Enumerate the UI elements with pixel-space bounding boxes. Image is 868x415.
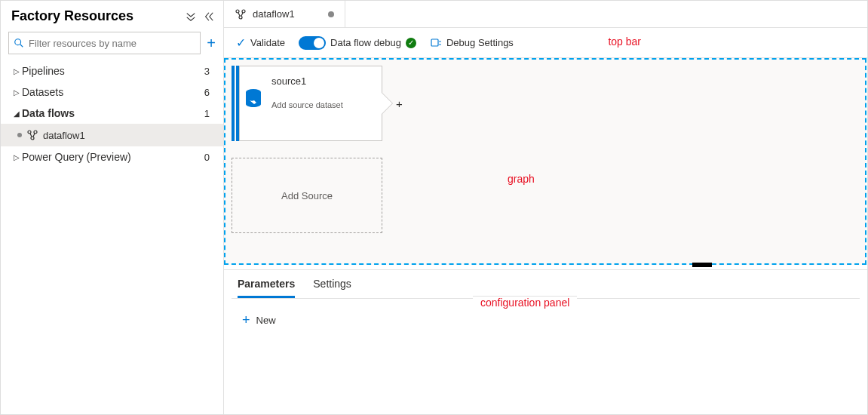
chevron-right-icon: ▷ — [11, 153, 22, 161]
unsaved-dot-icon — [328, 11, 334, 17]
main: dataflow1 ✓ Validate Data flow debug ✓ D… — [224, 1, 867, 414]
svg-point-4 — [236, 10, 239, 13]
node-title: source1 — [271, 75, 343, 87]
annotation-topbar: top bar — [608, 35, 641, 48]
toolbar: ✓ Validate Data flow debug ✓ Debug Setti… — [224, 28, 867, 58]
validate-button[interactable]: ✓ Validate — [236, 35, 285, 50]
sidebar: Factory Resources + ▷ Pipelines 3 ▷ Data… — [1, 1, 224, 414]
debug-settings-button[interactable]: Debug Settings — [430, 37, 514, 49]
checkmark-icon: ✓ — [236, 35, 246, 50]
tree-label: Pipelines — [22, 65, 204, 77]
new-label: New — [256, 315, 276, 326]
annotation-graph: graph — [508, 173, 535, 185]
debug-settings-label: Debug Settings — [446, 37, 514, 48]
validate-label: Validate — [250, 37, 285, 48]
chevron-down-icon: ◢ — [11, 109, 22, 118]
plus-icon: + — [242, 312, 250, 328]
filter-row: + — [1, 29, 223, 60]
chevron-right-icon: ▷ — [11, 88, 22, 97]
add-source-label: Add Source — [281, 190, 333, 201]
tab-dataflow1[interactable]: dataflow1 — [224, 1, 345, 27]
tree-label: Power Query (Preview) — [22, 151, 204, 163]
svg-point-2 — [34, 131, 37, 134]
filter-input-container[interactable] — [8, 32, 201, 54]
tree-label: Datasets — [22, 86, 204, 98]
tree-item-dataflows[interactable]: ◢ Data flows 1 — [1, 103, 223, 124]
node-handle-icon[interactable] — [232, 66, 235, 141]
config-tabs: Parameters Settings — [232, 270, 860, 299]
resource-tree: ▷ Pipelines 3 ▷ Datasets 6 ◢ Data flows … — [1, 60, 223, 414]
node-subtitle: Add source dataset — [271, 100, 343, 109]
source-node[interactable]: source1 Add source dataset — [239, 66, 382, 141]
graph-canvas[interactable]: source1 Add source dataset + Add Source … — [224, 58, 866, 265]
config-tab-settings[interactable]: Settings — [313, 278, 351, 298]
tree-item-pipelines[interactable]: ▷ Pipelines 3 — [1, 60, 223, 81]
config-panel: Parameters Settings + New configuration … — [224, 269, 867, 414]
debug-label: Data flow debug — [330, 37, 401, 48]
status-ok-icon: ✓ — [406, 38, 416, 48]
tree-child-dataflow1[interactable]: dataflow1 — [1, 124, 223, 146]
svg-rect-7 — [431, 39, 438, 46]
dataflow-icon — [235, 8, 247, 20]
config-tab-parameters[interactable]: Parameters — [238, 278, 295, 298]
source-node-wrapper: source1 Add source dataset + — [232, 66, 403, 141]
tree-label: Data flows — [22, 107, 204, 119]
tree-count: 3 — [204, 66, 213, 77]
svg-point-3 — [31, 137, 34, 140]
source-db-icon — [240, 66, 267, 110]
sidebar-title: Factory Resources — [11, 8, 186, 24]
annotation-config: configuration panel — [473, 296, 577, 309]
svg-point-0 — [15, 39, 21, 45]
tree-count: 1 — [204, 108, 213, 119]
chevron-right-icon: ▷ — [11, 67, 22, 75]
tree-child-label: dataflow1 — [43, 130, 213, 141]
tree-count: 6 — [204, 87, 213, 98]
toggle-switch-icon[interactable] — [299, 36, 326, 50]
settings-icon — [430, 37, 442, 49]
add-resource-button[interactable]: + — [207, 35, 216, 52]
search-icon — [14, 38, 24, 48]
collapse-sidebar-icon[interactable] — [204, 11, 214, 22]
tab-label: dataflow1 — [253, 8, 295, 20]
tree-count: 0 — [204, 152, 213, 163]
sidebar-header: Factory Resources — [1, 1, 223, 29]
chevron-double-down-icon[interactable] — [186, 11, 196, 22]
tab-bar: dataflow1 — [224, 1, 867, 28]
tree-item-powerquery[interactable]: ▷ Power Query (Preview) 0 — [1, 146, 223, 168]
filter-input[interactable] — [29, 38, 195, 49]
debug-toggle[interactable]: Data flow debug ✓ — [299, 36, 416, 50]
svg-point-6 — [239, 16, 242, 19]
add-step-button[interactable]: + — [396, 97, 403, 110]
add-source-button[interactable]: Add Source — [232, 158, 382, 233]
svg-point-5 — [242, 10, 245, 13]
svg-point-1 — [28, 131, 31, 134]
tree-item-datasets[interactable]: ▷ Datasets 6 — [1, 81, 223, 103]
unsaved-dot-icon — [17, 133, 22, 137]
dataflow-icon — [26, 129, 38, 141]
